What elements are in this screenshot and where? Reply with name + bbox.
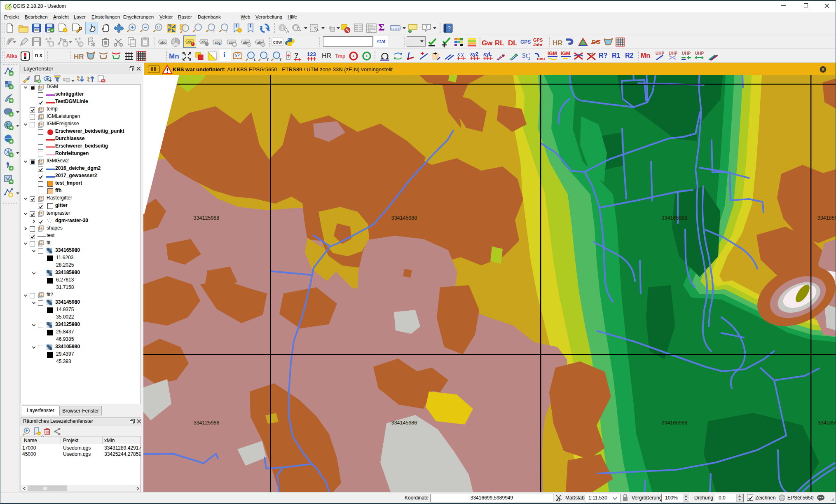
svg-text:IGM: IGM (561, 51, 570, 56)
svg-text:UHP: UHP (695, 51, 704, 56)
svg-text:abc: abc (160, 40, 166, 45)
svg-text:UHP: UHP (682, 51, 691, 56)
svg-text:334165986: 334165986 (662, 420, 688, 426)
svg-text:T: T (425, 24, 428, 29)
svg-text:334165988: 334165988 (662, 215, 688, 221)
svg-text:UHP: UHP (656, 51, 664, 56)
svg-text:334125986: 334125986 (194, 420, 220, 426)
svg-text:T#: T# (279, 58, 282, 61)
svg-text:xy2: xy2 (470, 51, 478, 57)
svg-text:?: ? (447, 25, 451, 32)
svg-text:CSW: CSW (273, 40, 282, 45)
svg-text:T: T (267, 58, 269, 61)
svg-text:334185988: 334185988 (817, 215, 836, 221)
svg-text:UHP: UHP (669, 51, 677, 56)
svg-text:334145988: 334145988 (391, 215, 417, 221)
svg-text:?: ? (294, 52, 298, 59)
svg-text:334145986: 334145986 (391, 420, 417, 426)
svg-text:123: 123 (307, 51, 316, 57)
svg-text:334125988: 334125988 (194, 215, 220, 221)
svg-text:334185986: 334185986 (818, 420, 836, 426)
svg-text:i: i (281, 25, 283, 31)
svg-text:1:1: 1:1 (157, 26, 161, 29)
svg-text:ε: ε (63, 76, 66, 82)
svg-text:2: 2 (528, 56, 530, 61)
svg-text:neu: neu (537, 56, 545, 61)
svg-text:L: L (254, 58, 256, 61)
svg-text:St: St (522, 52, 528, 59)
svg-text:x y: x y (457, 51, 464, 57)
svg-text:1: 1 (528, 52, 530, 56)
svg-text:xyL: xyL (483, 51, 492, 57)
svg-text:IGM: IGM (548, 51, 557, 56)
